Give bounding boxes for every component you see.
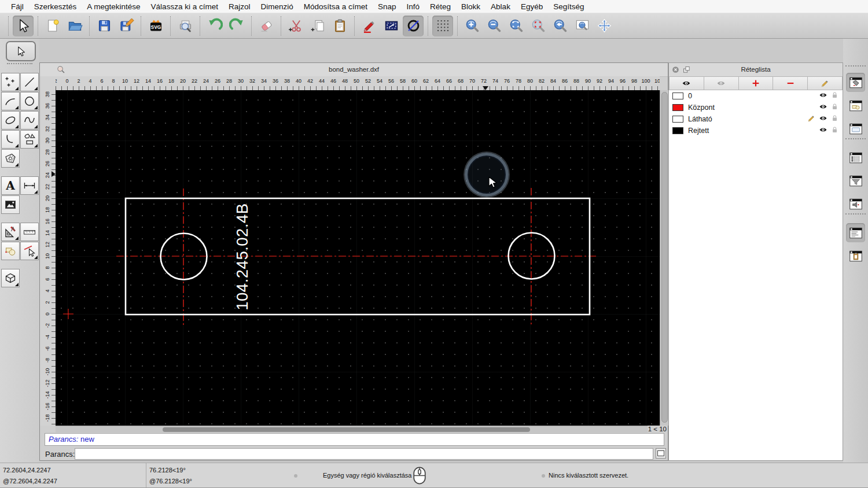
undo-button[interactable]	[204, 16, 225, 36]
command-line-widget-button[interactable]	[846, 223, 865, 242]
edit-layer-button[interactable]	[808, 76, 843, 90]
text-tool-button[interactable]	[1, 176, 20, 195]
menu-seg-ts-g[interactable]: Segítség	[548, 2, 589, 11]
block-list-widget-button[interactable]	[846, 96, 865, 115]
menu-f-jl[interactable]: Fájl	[6, 2, 29, 11]
add-layer-button[interactable]	[739, 76, 774, 90]
command-history: Parancs: new	[45, 433, 664, 446]
menu-blokk[interactable]: Blokk	[456, 2, 486, 11]
save-button[interactable]	[94, 16, 115, 36]
library-browser-widget-button[interactable]	[846, 119, 865, 138]
zoom-out-button[interactable]	[484, 16, 505, 36]
zoom-previous-button[interactable]	[550, 16, 571, 36]
remove-layer-button[interactable]	[773, 76, 808, 90]
polyline-tool-button[interactable]	[1, 130, 20, 149]
vertical-scrollbar[interactable]	[660, 90, 669, 426]
line-tool-button[interactable]	[20, 73, 39, 91]
circle-tool-button[interactable]	[20, 92, 39, 110]
dimension-tool-button[interactable]	[20, 176, 39, 195]
menu-dimenzi[interactable]: Dimenzió	[255, 2, 298, 11]
image-tool-button[interactable]	[1, 195, 20, 214]
menu-ablak[interactable]: Ablak	[486, 2, 516, 11]
entity-info-widget-button[interactable]	[846, 194, 865, 213]
layer-visibility-toggle[interactable]	[819, 102, 827, 113]
pen-wizard-widget-button[interactable]	[846, 73, 865, 92]
grid-toggle-button[interactable]	[432, 16, 453, 36]
layer-row[interactable]: Rejtett	[669, 125, 843, 136]
clipboard-widget-button[interactable]	[846, 246, 865, 265]
ruler-left-label: 18	[45, 207, 50, 213]
arc-tool-button[interactable]	[1, 92, 20, 110]
layer-row[interactable]: Látható	[669, 113, 843, 125]
ellipse-tool-button[interactable]	[1, 111, 20, 130]
menu-v-lassza-ki-a-c-met[interactable]: Válassza ki a címet	[146, 2, 223, 11]
horizontal-scrollbar[interactable]	[56, 426, 648, 432]
measure-tool-button[interactable]	[20, 223, 39, 241]
layer-lock-toggle[interactable]	[830, 114, 839, 124]
drawing-canvas[interactable]: 104.245.02.4B	[56, 90, 660, 426]
spline-tool-button[interactable]	[20, 111, 39, 130]
layer-lock-toggle[interactable]	[830, 102, 839, 113]
menu-szerkeszt-s[interactable]: Szerkesztés	[29, 2, 82, 11]
layer-visibility-toggle[interactable]	[819, 91, 827, 101]
ruler-left-label: 36	[45, 103, 50, 109]
zoom-in-button[interactable]	[462, 16, 483, 36]
export-svg-button[interactable]	[145, 16, 166, 36]
pen-attributes-button[interactable]	[359, 16, 380, 36]
layer-list-widget-button[interactable]	[846, 148, 865, 167]
points-tool-button[interactable]	[1, 73, 20, 91]
vertical-scrollbar-thumb[interactable]	[661, 92, 668, 423]
command-options-button[interactable]	[656, 448, 666, 459]
horizontal-scrollbar-thumb[interactable]	[163, 427, 530, 432]
modify-tool-button[interactable]	[1, 223, 20, 241]
layer-row[interactable]: 0	[669, 90, 843, 102]
delete-button[interactable]	[256, 16, 277, 36]
layer-row[interactable]: Központ	[669, 102, 843, 113]
menu-inf[interactable]: Infó	[402, 2, 425, 11]
select-entity-tool-button[interactable]	[20, 242, 39, 260]
save-as-button[interactable]	[116, 16, 137, 36]
detach-icon[interactable]	[682, 65, 691, 74]
layer-name: Központ	[688, 103, 816, 112]
draft-mode-button[interactable]	[403, 16, 424, 36]
layer-editing-indicator	[807, 114, 816, 124]
layer-visibility-toggle[interactable]	[819, 114, 827, 124]
layer-list: 0KözpontLáthatóRejtett	[669, 90, 843, 460]
zoom-window-button[interactable]	[572, 16, 593, 36]
select-tool-button[interactable]	[6, 41, 36, 61]
open-file-button[interactable]	[64, 16, 85, 36]
layer-lock-toggle[interactable]	[830, 125, 839, 136]
zoom-redraw-button[interactable]	[528, 16, 549, 36]
menu-m-dos-tsa-a-c-met[interactable]: Módosítsa a címet	[299, 2, 373, 11]
select-button[interactable]	[13, 16, 34, 36]
ruler-top-label: 28	[226, 78, 232, 84]
3d-tool-button[interactable]	[1, 269, 20, 287]
p-dim-icon	[23, 179, 36, 193]
layer-filter-widget-button[interactable]	[846, 171, 865, 190]
ruler-top-label: 52	[365, 78, 371, 84]
show-all-layers-button[interactable]	[669, 76, 704, 90]
layer-visibility-toggle[interactable]	[819, 125, 827, 136]
selection-options-button[interactable]	[381, 16, 402, 36]
menu-snap[interactable]: Snap	[373, 2, 402, 11]
new-document-button[interactable]	[42, 16, 63, 36]
cut-button[interactable]	[285, 16, 306, 36]
ruler-top-label: 94	[608, 78, 614, 84]
hatch-tool-button[interactable]	[1, 149, 20, 168]
paste-button[interactable]	[329, 16, 350, 36]
zoom-pan-button[interactable]	[594, 16, 615, 36]
copy-button[interactable]	[307, 16, 328, 36]
zoom-auto-button[interactable]	[506, 16, 527, 36]
menu-a-megtekint-se[interactable]: A megtekintése	[82, 2, 145, 11]
redo-button[interactable]	[226, 16, 247, 36]
print-preview-button[interactable]	[175, 16, 196, 36]
command-input[interactable]	[75, 448, 653, 460]
menu-egy-b[interactable]: Egyéb	[516, 2, 548, 11]
menu-r-teg[interactable]: Réteg	[425, 2, 456, 11]
menu-rajzol[interactable]: Rajzol	[223, 2, 256, 11]
close-icon[interactable]	[671, 65, 680, 74]
hide-inactive-layers-button[interactable]	[704, 76, 739, 90]
block-tool-button[interactable]	[1, 242, 20, 260]
layer-lock-toggle[interactable]	[830, 91, 839, 101]
shapes-tool-button[interactable]	[20, 130, 39, 149]
